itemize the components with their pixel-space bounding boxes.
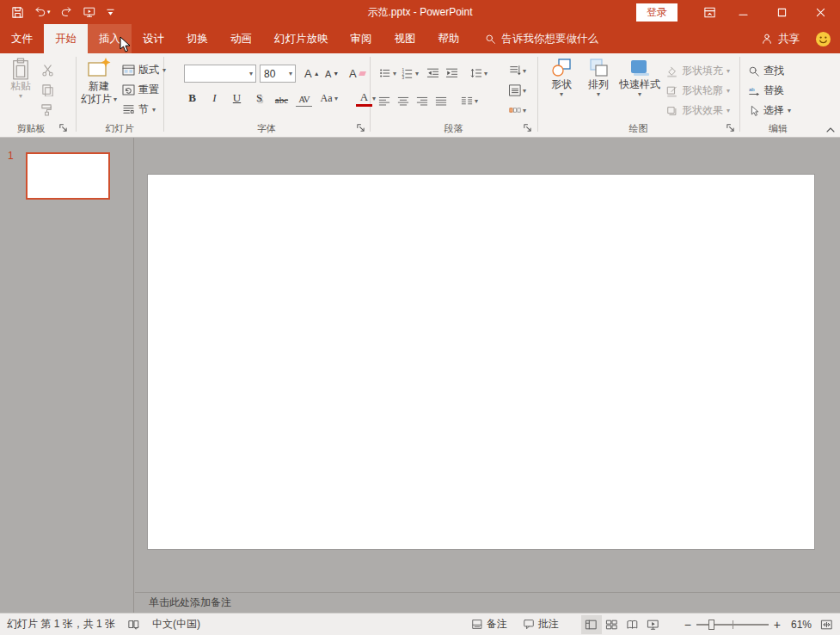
justify-button[interactable] [435,92,447,109]
line-spacing-button[interactable]: ▾ [469,65,487,82]
align-left-button[interactable] [378,92,390,109]
tab-animations[interactable]: 动画 [219,24,263,53]
notes-icon [471,619,483,630]
character-spacing-button[interactable]: AV [296,89,312,107]
clear-formatting-button[interactable]: A [347,65,367,83]
select-icon [748,105,760,117]
slide-canvas[interactable] [148,175,814,549]
drawing-dialog-launcher[interactable] [726,123,736,133]
italic-button[interactable]: I [206,89,223,107]
align-text-button[interactable]: ▾ [509,82,526,99]
spell-check-icon[interactable] [127,619,140,631]
increase-indent-button[interactable] [445,65,458,82]
minimize-button[interactable] [724,0,763,24]
sign-in-button[interactable]: 登录 [636,3,678,22]
paragraph-dialog-launcher[interactable] [523,123,533,133]
font-size-combo[interactable]: 80 ▾ [260,65,296,83]
svg-text:ab: ab [749,86,755,92]
normal-view-button[interactable] [581,615,602,634]
slide-sorter-view-button[interactable] [602,615,622,634]
zoom-out-button[interactable]: − [683,618,693,632]
replace-button[interactable]: ab 替换 [746,82,786,100]
shrink-font-button[interactable]: A▼ [323,65,340,83]
zoom-in-button[interactable]: + [772,618,782,632]
comments-toggle[interactable]: 批注 [523,617,559,632]
tab-help[interactable]: 帮助 [427,24,471,53]
paste-button[interactable]: 粘贴 ▾ [5,58,36,100]
collapse-ribbon-button[interactable] [825,126,836,134]
bullets-icon [378,67,391,79]
zoom-level[interactable]: 61% [782,619,812,631]
font-color-button[interactable]: A ▾ [356,89,376,107]
find-button[interactable]: 查找 [746,62,786,80]
tell-me-search[interactable]: 告诉我你想要做什么 [485,24,599,53]
status-bar: 幻灯片 第 1 张，共 1 张 中文(中国) 备注 批注 [0,613,840,635]
slideshow-view-button[interactable] [643,615,664,634]
align-center-button[interactable] [397,92,409,109]
grow-font-button[interactable]: A▲ [303,65,322,83]
clipboard-dialog-launcher[interactable] [58,123,69,133]
customize-quick-access-icon[interactable] [106,7,115,17]
shapes-button[interactable]: 形状 ▾ [544,58,579,98]
align-text-icon [509,84,521,96]
save-icon[interactable] [11,6,24,19]
notes-toggle[interactable]: 备注 [471,617,507,632]
cut-button[interactable] [40,61,56,79]
slides-group-label: 幻灯片 [76,122,163,135]
fit-to-window-icon[interactable] [820,619,833,631]
new-slide-button[interactable]: 新建 幻灯片 ▾ [79,58,119,106]
font-name-combo[interactable]: ▾ [184,65,256,83]
align-right-button[interactable] [416,92,428,109]
feedback-smiley-icon[interactable] [815,31,831,47]
shape-fill-button[interactable]: 形状填充 ▾ [664,62,732,80]
shape-outline-button[interactable]: 形状轮廓 ▾ [664,82,732,100]
tab-design[interactable]: 设计 [132,24,175,53]
language-indicator[interactable]: 中文(中国) [152,617,200,632]
ribbon-display-options-icon[interactable] [695,0,724,24]
tab-transitions[interactable]: 切换 [175,24,219,53]
start-slideshow-icon[interactable] [83,6,96,18]
format-painter-button[interactable] [39,101,55,119]
change-case-button[interactable]: Aa ▾ [318,89,338,107]
slide-sorter-icon [605,619,618,631]
tab-file[interactable]: 文件 [0,24,44,53]
undo-caret-icon[interactable]: ▾ [47,9,51,15]
bold-button[interactable]: B [184,89,200,107]
reset-button[interactable]: 重置 [120,81,161,99]
select-label: 选择 [763,103,784,118]
convert-smartart-button[interactable]: ▾ [509,102,526,119]
slide-thumbnail[interactable] [26,152,110,200]
strikethrough-button[interactable]: abc [273,89,290,107]
slide-info[interactable]: 幻灯片 第 1 张，共 1 张 [7,617,115,632]
bullets-button[interactable]: ▾ [378,65,396,82]
tab-review[interactable]: 审阅 [340,24,383,53]
select-button[interactable]: 选择 ▾ [746,102,793,120]
font-size-caret-icon[interactable]: ▾ [289,70,295,77]
share-button[interactable]: 共享 [761,32,800,46]
text-shadow-button[interactable]: S [251,89,267,107]
undo-button[interactable]: ▾ [34,6,51,18]
zoom-slider-thumb[interactable] [708,620,714,630]
decrease-indent-button[interactable] [426,65,439,82]
font-name-caret-icon[interactable]: ▾ [249,70,255,77]
section-button[interactable]: 节 ▾ [120,101,157,119]
copy-button[interactable] [40,81,56,99]
arrange-button[interactable]: 排列 ▾ [581,58,616,98]
underline-button[interactable]: U [229,89,245,107]
close-button[interactable] [801,0,840,24]
reading-view-button[interactable] [622,615,643,634]
tab-view[interactable]: 视图 [383,24,427,53]
notes-pane[interactable]: 单击此处添加备注 [135,592,840,613]
maximize-button[interactable] [763,0,801,24]
tab-slideshow[interactable]: 幻灯片放映 [263,24,340,53]
layout-button[interactable]: 版式 ▾ [120,61,168,79]
numbering-button[interactable]: 123 ▾ [401,65,419,82]
tab-home[interactable]: 开始 [44,24,88,53]
columns-button[interactable]: ▾ [461,92,478,109]
font-dialog-launcher[interactable] [356,123,366,133]
text-direction-button[interactable]: ▾ [509,62,526,79]
zoom-slider[interactable] [696,618,769,632]
redo-button[interactable] [60,6,73,18]
shape-effects-button[interactable]: 形状效果 ▾ [664,102,732,120]
quick-styles-button[interactable]: 快速样式 ▾ [617,58,662,98]
